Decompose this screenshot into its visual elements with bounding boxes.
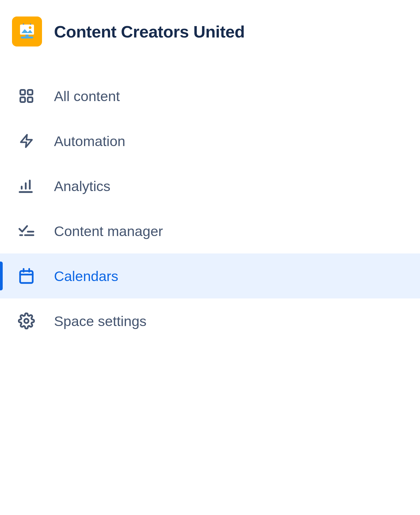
sidebar-item-calendars[interactable]: Calendars — [0, 253, 420, 298]
svg-rect-4 — [21, 37, 33, 38]
space-title: Content Creators United — [54, 22, 245, 41]
sidebar-item-label: All content — [54, 88, 120, 104]
space-icon — [12, 16, 42, 46]
svg-rect-2 — [20, 33, 34, 34]
svg-point-23 — [24, 319, 28, 323]
sidebar: Content Creators United All content Auto… — [0, 0, 420, 343]
sidebar-item-analytics[interactable]: Analytics — [0, 163, 420, 208]
grid-icon — [17, 87, 35, 105]
easel-picture-icon — [18, 22, 36, 41]
bar-chart-icon — [17, 177, 35, 195]
svg-rect-7 — [20, 90, 25, 95]
sidebar-item-space-settings[interactable]: Space settings — [0, 298, 420, 343]
lightning-icon — [17, 132, 35, 150]
sidebar-item-label: Calendars — [54, 268, 118, 284]
svg-rect-9 — [20, 97, 25, 102]
svg-rect-10 — [28, 97, 33, 102]
sidebar-item-label: Space settings — [54, 313, 146, 329]
checklist-icon — [17, 222, 35, 240]
space-header[interactable]: Content Creators United — [0, 0, 420, 73]
svg-rect-19 — [20, 271, 33, 283]
sidebar-item-automation[interactable]: Automation — [0, 118, 420, 163]
calendar-icon — [17, 267, 35, 285]
gear-icon — [17, 312, 35, 330]
svg-point-5 — [23, 24, 24, 25]
sidebar-item-label: Analytics — [54, 178, 110, 194]
svg-rect-3 — [26, 34, 28, 36]
sidebar-item-label: Automation — [54, 133, 125, 149]
sidebar-item-content-manager[interactable]: Content manager — [0, 208, 420, 253]
nav-list: All content Automation Analytics — [0, 73, 420, 343]
svg-marker-11 — [21, 135, 32, 147]
svg-point-6 — [30, 24, 31, 25]
svg-point-1 — [29, 26, 32, 29]
sidebar-item-label: Content manager — [54, 223, 163, 239]
svg-rect-8 — [28, 90, 33, 95]
sidebar-item-all-content[interactable]: All content — [0, 73, 420, 118]
